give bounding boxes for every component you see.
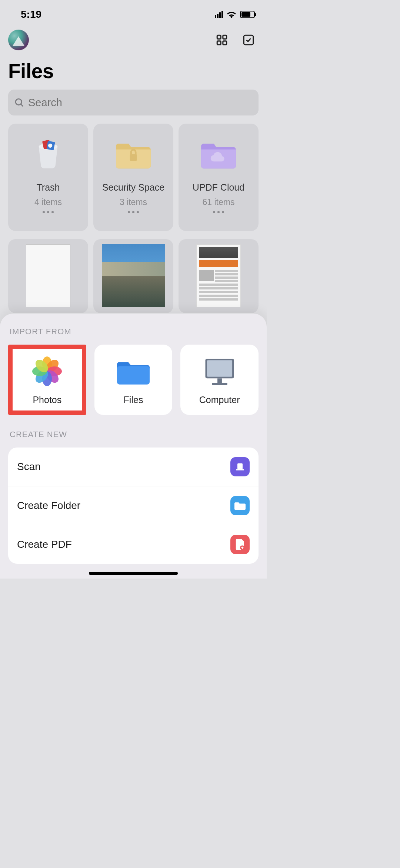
create-folder-button[interactable]: Create Folder (8, 486, 259, 525)
scan-icon (230, 457, 250, 476)
clock: 5:19 (21, 9, 41, 20)
create-pdf-button[interactable]: Create PDF (8, 525, 259, 564)
new-folder-icon (230, 496, 250, 515)
svg-rect-17 (237, 463, 243, 469)
svg-rect-11 (130, 154, 137, 161)
folder-count: 4 items (34, 197, 62, 207)
folder-count: 61 items (203, 197, 235, 207)
view-grid-icon[interactable] (216, 34, 228, 46)
home-indicator[interactable] (89, 572, 178, 575)
battery-icon (240, 11, 255, 18)
svg-rect-14 (207, 360, 232, 376)
svg-point-10 (48, 144, 52, 148)
svg-rect-4 (244, 35, 253, 45)
svg-line-6 (21, 104, 23, 107)
page-title: Files (8, 59, 259, 83)
pdf-thumb (196, 244, 241, 307)
create-option-label: Create PDF (17, 539, 72, 550)
folder-updf-cloud[interactable]: UPDF Cloud 61 items (179, 124, 259, 231)
action-sheet: IMPORT FROM Photos (0, 314, 267, 579)
profile-avatar[interactable] (8, 30, 29, 50)
create-option-label: Scan (17, 461, 41, 473)
folder-icon (117, 355, 150, 388)
photos-icon (31, 355, 63, 388)
svg-point-5 (16, 99, 21, 105)
blank-document-thumb (26, 244, 70, 307)
status-bar: 5:19 (0, 0, 267, 22)
svg-rect-15 (217, 378, 222, 383)
search-input[interactable] (28, 97, 253, 109)
import-option-label: Files (124, 395, 143, 405)
cloud-folder-icon (200, 133, 237, 173)
folder-name: Trash (37, 182, 60, 193)
computer-icon (202, 355, 237, 388)
search-icon (14, 97, 24, 108)
file-item[interactable] (93, 239, 173, 313)
file-item[interactable] (8, 239, 88, 313)
new-pdf-icon (230, 535, 250, 554)
wifi-icon (227, 11, 236, 18)
search-field[interactable] (8, 90, 259, 115)
svg-rect-3 (223, 41, 227, 45)
select-mode-icon[interactable] (242, 34, 255, 46)
folder-trash[interactable]: Trash 4 items (8, 124, 88, 231)
import-computer-button[interactable]: Computer (180, 345, 259, 415)
trash-icon (31, 133, 65, 173)
create-option-label: Create Folder (17, 500, 80, 512)
folder-security-space[interactable]: Security Space 3 items (93, 124, 173, 231)
file-item[interactable] (179, 239, 259, 313)
create-scan-button[interactable]: Scan (8, 448, 259, 486)
import-photos-button[interactable]: Photos (8, 345, 86, 415)
more-icon[interactable] (128, 211, 139, 213)
import-section-label: IMPORT FROM (10, 327, 257, 336)
folder-name: UPDF Cloud (193, 182, 244, 193)
svg-rect-16 (212, 383, 227, 385)
svg-rect-12 (117, 366, 150, 385)
cellular-icon (215, 11, 223, 18)
svg-rect-1 (223, 35, 227, 39)
import-option-label: Photos (33, 395, 61, 405)
locked-folder-icon (115, 133, 152, 173)
create-section-label: CREATE NEW (10, 430, 257, 439)
import-option-label: Computer (199, 395, 240, 405)
create-list: Scan Create Folder Create PDF (8, 448, 259, 564)
svg-rect-0 (217, 35, 221, 39)
status-indicators (215, 11, 255, 18)
svg-rect-2 (217, 41, 221, 45)
import-files-button[interactable]: Files (94, 345, 173, 415)
image-thumb (102, 244, 165, 307)
more-icon[interactable] (213, 211, 224, 213)
folder-name: Security Space (102, 182, 164, 193)
folder-count: 3 items (120, 197, 147, 207)
more-icon[interactable] (43, 211, 54, 213)
